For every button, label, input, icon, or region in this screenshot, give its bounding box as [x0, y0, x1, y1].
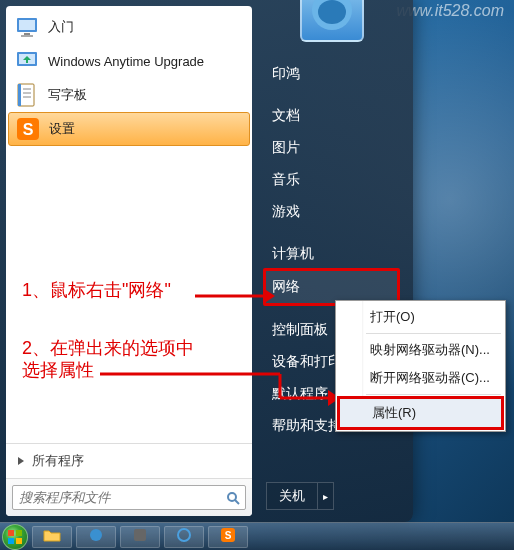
taskbar: S: [0, 522, 514, 550]
sidebar-item-music[interactable]: 音乐: [266, 164, 397, 196]
program-item-wordpad[interactable]: 写字板: [6, 78, 252, 112]
shutdown-row: 关机 ▸: [266, 482, 397, 510]
app-icon: [133, 528, 147, 545]
svg-text:S: S: [23, 121, 34, 138]
program-item-settings[interactable]: S 设置: [8, 112, 250, 146]
context-menu: 打开(O) 映射网络驱动器(N)... 断开网络驱动器(C)... 属性(R): [335, 300, 506, 432]
context-menu-map-drive[interactable]: 映射网络驱动器(N)...: [338, 336, 503, 364]
search-icon: [226, 491, 240, 505]
search-input[interactable]: [12, 485, 246, 510]
taskbar-item[interactable]: S: [208, 526, 248, 548]
program-item-anytime-upgrade[interactable]: Windows Anytime Upgrade: [6, 44, 252, 78]
start-menu-left: 入门 Windows Anytime Upgrade 写字板 S 设置: [6, 6, 252, 516]
svg-text:S: S: [225, 530, 232, 541]
svg-rect-2: [24, 33, 30, 35]
sidebar-item-computer[interactable]: 计算机: [266, 238, 397, 270]
all-programs-label: 所有程序: [32, 452, 84, 470]
svg-rect-21: [8, 530, 14, 536]
svg-line-14: [235, 500, 239, 504]
sidebar-item-games[interactable]: 游戏: [266, 196, 397, 228]
taskbar-item[interactable]: [32, 526, 72, 548]
programs-list: 入门 Windows Anytime Upgrade 写字板 S 设置: [6, 6, 252, 443]
start-menu: 入门 Windows Anytime Upgrade 写字板 S 设置: [0, 0, 413, 522]
settings-s-icon: S: [221, 528, 235, 545]
context-menu-disconnect-drive[interactable]: 断开网络驱动器(C)...: [338, 364, 503, 392]
triangle-right-icon: [16, 454, 26, 469]
browser-icon: [177, 528, 191, 545]
context-menu-open[interactable]: 打开(O): [338, 303, 503, 331]
sidebar-item-pictures[interactable]: 图片: [266, 132, 397, 164]
app-icon: [89, 528, 103, 545]
sidebar-item-documents[interactable]: 文档: [266, 100, 397, 132]
program-label: 设置: [49, 120, 75, 138]
all-programs[interactable]: 所有程序: [6, 443, 252, 478]
monitor-icon: [14, 14, 40, 40]
sidebar-item-user[interactable]: 印鸿: [266, 58, 397, 90]
settings-s-icon: S: [15, 116, 41, 142]
program-label: 入门: [48, 18, 74, 36]
svg-point-27: [178, 529, 190, 541]
svg-point-16: [318, 0, 346, 24]
separator: [366, 394, 501, 395]
program-label: Windows Anytime Upgrade: [48, 54, 204, 69]
svg-rect-23: [8, 538, 14, 544]
taskbar-item[interactable]: [120, 526, 160, 548]
svg-rect-7: [18, 84, 21, 106]
taskbar-item[interactable]: [164, 526, 204, 548]
notepad-icon: [14, 82, 40, 108]
program-item-getting-started[interactable]: 入门: [6, 10, 252, 44]
start-button[interactable]: [2, 524, 28, 550]
user-picture[interactable]: [300, 0, 364, 42]
shutdown-menu-arrow[interactable]: ▸: [318, 482, 334, 510]
program-label: 写字板: [48, 86, 87, 104]
taskbar-item[interactable]: [76, 526, 116, 548]
context-menu-properties[interactable]: 属性(R): [337, 396, 504, 430]
shutdown-button[interactable]: 关机: [266, 482, 318, 510]
svg-point-25: [90, 529, 102, 541]
separator: [366, 333, 501, 334]
start-menu-right: 印鸿 文档 图片 音乐 游戏 计算机 网络 控制面板 设备和打印机 默认程序 帮…: [252, 6, 407, 516]
folder-icon: [43, 528, 61, 545]
svg-rect-24: [16, 538, 22, 544]
upgrade-icon: [14, 48, 40, 74]
svg-rect-3: [21, 35, 33, 37]
svg-rect-1: [19, 20, 35, 30]
svg-rect-22: [16, 530, 22, 536]
search-row: [6, 478, 252, 516]
svg-point-13: [228, 493, 236, 501]
svg-rect-26: [134, 529, 146, 541]
